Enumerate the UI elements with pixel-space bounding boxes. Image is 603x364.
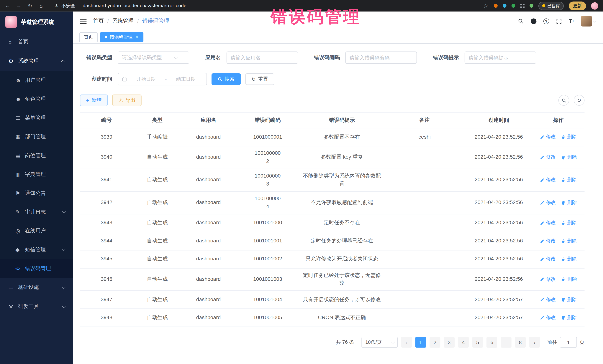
error-hint-field[interactable] <box>464 52 536 64</box>
edit-button[interactable]: 修改 <box>540 219 556 227</box>
sidebar-item[interactable]: ◆短信管理 <box>0 240 73 259</box>
extension-icon[interactable] <box>520 4 524 8</box>
sidebar-item[interactable]: ✎审计日志 <box>0 202 73 221</box>
edit-button[interactable]: 修改 <box>540 276 556 283</box>
cell-app: dashboard <box>181 293 235 307</box>
table-row: 3941自动生成dashboard1001000003不能删除类型为系统内置的参… <box>80 169 584 192</box>
update-button[interactable]: 更新 <box>569 1 586 10</box>
breadcrumb-item[interactable]: 首页 <box>93 18 104 24</box>
breadcrumb-item[interactable]: 系统管理 <box>112 18 134 24</box>
bookmark-star-icon[interactable]: ☆ <box>483 3 489 9</box>
github-icon[interactable] <box>531 18 536 24</box>
reload-icon[interactable]: ↻ <box>27 3 33 9</box>
delete-button[interactable]: 删除 <box>561 314 577 321</box>
error-code-input[interactable] <box>349 55 413 60</box>
sidebar-item[interactable]: ☻角色管理 <box>0 89 73 109</box>
sidebar-item[interactable]: </>错误码管理 <box>0 259 73 278</box>
edit-button[interactable]: 修改 <box>540 296 556 303</box>
error-type-select[interactable]: 请选择错误码类型 <box>118 52 189 64</box>
edit-button[interactable]: 修改 <box>540 314 556 321</box>
browser-profile-avatar[interactable] <box>591 2 598 9</box>
sidebar-item[interactable]: ⚒研发工具 <box>0 297 73 316</box>
search-button[interactable]: 搜索 <box>211 73 241 85</box>
extension-icon[interactable] <box>494 4 498 8</box>
add-button[interactable]: 新增 <box>80 95 108 106</box>
delete-button[interactable]: 删除 <box>561 237 577 245</box>
edit-button[interactable]: 修改 <box>540 237 556 245</box>
app-name-field[interactable] <box>226 52 298 64</box>
cell-code: 1001000002 <box>235 146 300 169</box>
reset-button[interactable]: ↻ 重置 <box>245 73 274 85</box>
tab-item[interactable]: 首页 <box>79 32 98 42</box>
pager-page-button[interactable]: 1 <box>416 337 426 348</box>
edit-button[interactable]: 修改 <box>540 154 556 161</box>
extension-icon[interactable] <box>530 4 533 8</box>
error-hint-input[interactable] <box>469 55 532 60</box>
user-avatar[interactable] <box>581 18 596 24</box>
fullscreen-icon[interactable] <box>556 18 562 24</box>
edit-button[interactable]: 修改 <box>540 133 556 141</box>
close-icon[interactable]: × <box>136 35 139 40</box>
pager-page-button[interactable]: 2 <box>429 337 440 348</box>
edit-label: 修改 <box>546 255 556 263</box>
sidebar-item[interactable]: ▤岗位管理 <box>0 146 73 165</box>
delete-label: 删除 <box>567 219 577 227</box>
error-code-field[interactable] <box>345 52 417 64</box>
delete-button[interactable]: 删除 <box>561 255 577 263</box>
date-range-picker[interactable]: 开始日期 - 结束日期 <box>118 73 207 85</box>
breadcrumb-item[interactable]: 错误码管理 <box>142 18 169 24</box>
show-search-button[interactable] <box>558 95 569 106</box>
paused-badge[interactable]: 已暂停 <box>538 2 564 10</box>
hamburger-icon[interactable] <box>80 19 86 24</box>
back-icon[interactable]: ← <box>5 3 11 9</box>
extension-icon[interactable] <box>503 4 507 8</box>
pager-page-button[interactable]: 3 <box>444 337 454 348</box>
forward-icon[interactable]: → <box>16 3 22 9</box>
next-page-button[interactable]: › <box>529 337 540 348</box>
help-icon[interactable]: ? <box>544 18 549 24</box>
sidebar-item[interactable]: ⚑通知公告 <box>0 184 73 203</box>
pager-page-button[interactable]: 4 <box>458 337 469 348</box>
pager-page-button[interactable]: 5 <box>472 337 483 348</box>
browser-home-icon[interactable]: ⌂ <box>38 3 44 9</box>
pager-page-button[interactable]: 6 <box>487 337 497 348</box>
delete-button[interactable]: 删除 <box>561 219 577 227</box>
goto-page-input[interactable] <box>560 337 577 348</box>
extension-icon[interactable] <box>511 4 515 8</box>
cell-actions: 修改删除 <box>532 173 585 187</box>
sidebar-item[interactable]: ⚙系统管理 <box>0 52 73 71</box>
code-value: 1001000001 <box>253 134 282 140</box>
delete-button[interactable]: 删除 <box>561 296 577 303</box>
pager-page-button[interactable]: 8 <box>515 337 526 348</box>
delete-button[interactable]: 删除 <box>561 133 577 141</box>
sidebar-item-label: 首页 <box>18 38 73 45</box>
sidebar-item[interactable]: ▭基础设施 <box>0 278 73 297</box>
edit-button[interactable]: 修改 <box>540 176 556 184</box>
page-size-select[interactable]: 10条/页 <box>361 337 398 348</box>
delete-button[interactable]: 删除 <box>561 276 577 283</box>
sidebar-item[interactable]: ☻用户管理 <box>0 71 73 89</box>
font-size-icon[interactable]: TT <box>569 18 574 24</box>
paused-icon <box>542 4 545 7</box>
code-value: 1001001005 <box>253 315 282 320</box>
delete-button[interactable]: 删除 <box>561 199 577 206</box>
sidebar-item[interactable]: ▥字典管理 <box>0 165 73 184</box>
pager-more[interactable]: ... <box>501 337 511 348</box>
cell-remark <box>384 276 465 282</box>
edit-button[interactable]: 修改 <box>540 199 556 206</box>
edit-button[interactable]: 修改 <box>540 255 556 263</box>
search-icon[interactable] <box>518 18 524 24</box>
app-name-input[interactable] <box>231 55 294 60</box>
delete-button[interactable]: 删除 <box>561 176 577 184</box>
sidebar-item[interactable]: ◎在线用户 <box>0 221 73 240</box>
prev-page-button[interactable]: ‹ <box>401 337 412 348</box>
sidebar-item[interactable]: ⌂首页 <box>0 32 73 52</box>
sidebar-item[interactable]: ▦部门管理 <box>0 127 73 146</box>
sidebar-item[interactable]: ☰菜单管理 <box>0 109 73 127</box>
tab-active[interactable]: 错误码管理× <box>100 32 143 42</box>
export-button[interactable]: 导出 <box>112 95 142 106</box>
chevron-down-icon <box>62 285 66 289</box>
delete-button[interactable]: 删除 <box>561 154 577 161</box>
refresh-table-button[interactable]: ↻ <box>574 95 584 106</box>
address-bar[interactable]: ⚠ 不安全 | dashboard.yudao.iocoder.cn/syste… <box>55 2 186 9</box>
